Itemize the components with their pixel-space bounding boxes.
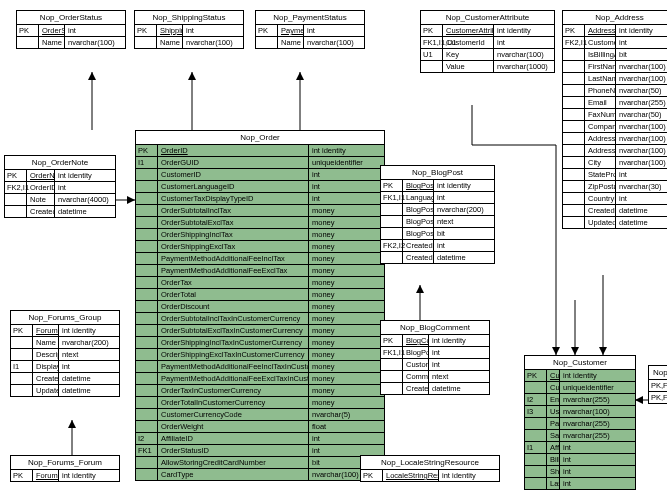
entity-row: StateProvinceIDint — [563, 169, 667, 181]
entity-row: I3Usernamenvarchar(100) — [525, 406, 635, 418]
entity-row: CustomerIDint — [381, 359, 489, 371]
entity-title: Nop_Customer — [525, 356, 635, 370]
svg-marker-21 — [635, 396, 643, 404]
entity-row: PaymentMethodAdditionalFeeExclTaxInCusto… — [136, 373, 384, 385]
entity-forums-forum[interactable]: Nop_Forums_ForumPKForumIDint identity — [10, 455, 120, 482]
entity-title: Nop_ShippingStatus — [135, 11, 243, 25]
entity-row: PaymentMethodAdditionalFeeInclTaxInCusto… — [136, 361, 384, 373]
entity-title: Nop_LocaleStringResource — [361, 456, 499, 470]
entity-shipping-status[interactable]: Nop_ShippingStatusPKShippingStatusIDintN… — [134, 10, 244, 49]
entity-row: BlogPostTitlenvarchar(200) — [381, 204, 494, 216]
entity-row: OrderTotalInCustomerCurrencymoney — [136, 397, 384, 409]
entity-row: PasswordHashnvarchar(255) — [525, 418, 635, 430]
entity-title: Nop_Order — [136, 131, 384, 145]
entity-row: CustomerIDint — [136, 169, 384, 181]
entity-row: OrderSubtotalInclTaxInCustomerCurrencymo… — [136, 313, 384, 325]
entity-row: I1OrderGUIDuniqueidentifier — [136, 157, 384, 169]
entity-title: Nop_CustomerAttribute — [421, 11, 554, 25]
entity-row: OrderSubtotalExclTaxInCustomerCurrencymo… — [136, 325, 384, 337]
entity-locale-string-resource[interactable]: Nop_LocaleStringResourcePKLocaleStringRe… — [360, 455, 500, 482]
entity-row: LastPaymentMethodIDint — [525, 478, 635, 489]
entity-row: PaymentMethodAdditionalFeeExclTaxmoney — [136, 265, 384, 277]
entity-row: Address1nvarchar(100) — [563, 133, 667, 145]
entity-row: PKForumIDint identity — [11, 470, 119, 481]
entity-row: PKBlogPostIDint identity — [381, 180, 494, 192]
entity-row: FK1,I1BlogPostIDint — [381, 347, 489, 359]
svg-marker-11 — [416, 285, 424, 293]
entity-row: I1AffiliateIDint — [525, 442, 635, 454]
entity-row: FK2,I1OrderIDint — [5, 182, 115, 194]
entity-row: BillingAddressIDint — [525, 454, 635, 466]
entity-title: Nop_BlogComment — [381, 321, 489, 335]
entity-row: OrderSubtotalInclTaxmoney — [136, 205, 384, 217]
entity-row: UpdatedOndatetime — [563, 217, 667, 228]
entity-row: OrderTaxmoney — [136, 277, 384, 289]
entity-payment-status[interactable]: Nop_PaymentStatusPKPaymentStatusIDintNam… — [255, 10, 365, 49]
entity-custo-partial[interactable]: Nop_CustoPK,FK1PK,FK2 — [648, 365, 667, 404]
entity-title: Nop_PaymentStatus — [256, 11, 364, 25]
entity-row: BlogPostAllowCommentsbit — [381, 228, 494, 240]
entity-row: IsBillingAddressbit — [563, 49, 667, 61]
entity-title: Nop_Forums_Forum — [11, 456, 119, 470]
entity-row: ZipPostalCodenvarchar(30) — [563, 181, 667, 193]
entity-customer-attribute[interactable]: Nop_CustomerAttributePKCustomerAttribute… — [420, 10, 555, 73]
entity-row: ShippingAddressIDint — [525, 466, 635, 478]
entity-row: FK1,I1,U1CustomerIdint — [421, 37, 554, 49]
entity-row: Namenvarchar(100) — [17, 37, 125, 48]
entity-title: Nop_BlogPost — [381, 166, 494, 180]
entity-blog-post[interactable]: Nop_BlogPostPKBlogPostIDint identityFK1,… — [380, 165, 495, 264]
entity-row: FK1,I1LanguageIDint — [381, 192, 494, 204]
entity-row: OrderShippingExclTaxmoney — [136, 241, 384, 253]
svg-marker-7 — [127, 196, 135, 204]
entity-row: CustomerGUIDuniqueidentifier — [525, 382, 635, 394]
entity-address[interactable]: Nop_AddressPKAddressIdint identityFK2,I1… — [562, 10, 667, 229]
entity-order-status[interactable]: Nop_OrderStatusPKOrderStatusIDintNamenva… — [16, 10, 126, 49]
entity-row: OrderShippingInclTaxInCustomerCurrencymo… — [136, 337, 384, 349]
svg-marker-15 — [552, 347, 560, 355]
entity-title: Nop_OrderStatus — [17, 11, 125, 25]
entity-row: PKCustomerIDint identity — [525, 370, 635, 382]
entity-row: I1DisplayOrderint — [11, 361, 119, 373]
entity-blog-comment[interactable]: Nop_BlogCommentPKBlogCommentIDint identi… — [380, 320, 490, 395]
entity-row: OrderTotalmoney — [136, 289, 384, 301]
entity-row: PKPaymentStatusIDint — [256, 25, 364, 37]
entity-title: Nop_Custo — [649, 366, 667, 380]
entity-row: PKForumGroupIDint identity — [11, 325, 119, 337]
entity-row: AllowStoringCreditCardNumberbit — [136, 457, 384, 469]
entity-row: PKAddressIdint identity — [563, 25, 667, 37]
entity-forums-group[interactable]: Nop_Forums_GroupPKForumGroupIDint identi… — [10, 310, 120, 397]
entity-row: CreatedOndatetime — [11, 373, 119, 385]
entity-row: OrderWeightfloat — [136, 421, 384, 433]
entity-order-note[interactable]: Nop_OrderNotePKOrderNoteIDint identityFK… — [4, 155, 116, 218]
entity-row: OrderShippingExclTaxInCustomerCurrencymo… — [136, 349, 384, 361]
entity-row: PKShippingStatusIDint — [135, 25, 243, 37]
entity-row: BlogPostBodyntext — [381, 216, 494, 228]
entity-row: CustomerLanguageIDint — [136, 181, 384, 193]
entity-row: PKOrderNoteIDint identity — [5, 170, 115, 182]
entity-row: OrderShippingInclTaxmoney — [136, 229, 384, 241]
entity-order[interactable]: Nop_OrderPKOrderIDint identityI1OrderGUI… — [135, 130, 385, 481]
entity-row: PK,FK2 — [649, 392, 667, 403]
entity-row: UpdatedOndatetime — [11, 385, 119, 396]
entity-row: FK2,I2CreatedByIDint — [381, 240, 494, 252]
entity-row: PKCustomerAttributeIdint identity — [421, 25, 554, 37]
entity-row: Namenvarchar(100) — [135, 37, 243, 48]
entity-row: FK2,I1CustomerIDint — [563, 37, 667, 49]
entity-row: Namenvarchar(200) — [11, 337, 119, 349]
entity-row: Namenvarchar(100) — [256, 37, 364, 48]
entity-row: CustomerTaxDisplayTypeIDint — [136, 193, 384, 205]
entity-row: PhoneNumbernvarchar(50) — [563, 85, 667, 97]
svg-marker-3 — [188, 72, 196, 80]
entity-row: PaymentMethodAdditionalFeeInclTaxmoney — [136, 253, 384, 265]
entity-row: OrderSubtotalExclTaxmoney — [136, 217, 384, 229]
entity-row: Notenvarchar(4000) — [5, 194, 115, 206]
entity-title: Nop_Forums_Group — [11, 311, 119, 325]
entity-row: CreatedOndatetime — [563, 205, 667, 217]
svg-marker-17 — [599, 347, 607, 355]
entity-row: SaltKeynvarchar(255) — [525, 430, 635, 442]
entity-row: CommentTextntext — [381, 371, 489, 383]
svg-marker-5 — [296, 72, 304, 80]
entity-row: Companynvarchar(100) — [563, 121, 667, 133]
entity-row: PKOrderIDint identity — [136, 145, 384, 157]
entity-customer[interactable]: Nop_CustomerPKCustomerIDint identityCust… — [524, 355, 636, 490]
